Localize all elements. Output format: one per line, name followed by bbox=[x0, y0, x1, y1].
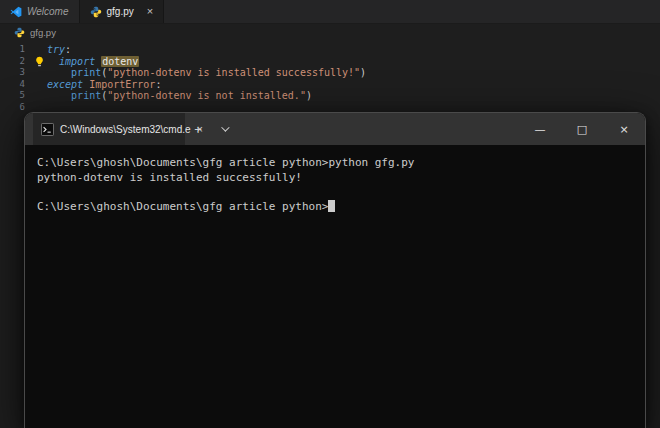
terminal-line: C:\Users\ghosh\Documents\gfg article pyt… bbox=[37, 200, 639, 215]
code-text: print("python-dotenv is installed succes… bbox=[47, 67, 366, 79]
terminal-title-bar[interactable]: C:\Windows\System32\cmd.e × + — □ × bbox=[25, 113, 645, 145]
line-number: 2 bbox=[0, 56, 32, 68]
line-number: 1 bbox=[0, 44, 32, 56]
tab-welcome[interactable]: Welcome bbox=[0, 0, 79, 23]
code-lines: 1try:2 import dotenv3 print("python-dote… bbox=[0, 44, 660, 113]
code-line[interactable]: 5 print("python-dotenv is not installed.… bbox=[0, 90, 660, 102]
terminal-cursor bbox=[328, 200, 335, 212]
code-line[interactable]: 4except ImportError: bbox=[0, 79, 660, 91]
close-button[interactable]: × bbox=[603, 113, 645, 145]
terminal-line bbox=[37, 185, 639, 200]
cmd-icon bbox=[41, 123, 54, 136]
breadcrumb[interactable]: gfg.py bbox=[0, 24, 660, 41]
code-text: except ImportError: bbox=[47, 79, 161, 91]
new-tab-button[interactable]: + bbox=[185, 113, 211, 145]
breadcrumb-filename: gfg.py bbox=[30, 27, 56, 38]
line-number: 3 bbox=[0, 67, 32, 79]
code-text: print("python-dotenv is not installed.") bbox=[47, 90, 312, 102]
line-number: 6 bbox=[0, 102, 32, 114]
terminal-output[interactable]: C:\Users\ghosh\Documents\gfg article pyt… bbox=[25, 145, 645, 428]
close-tab-icon[interactable]: × bbox=[147, 6, 153, 17]
code-line[interactable]: 1try: bbox=[0, 44, 660, 56]
lightbulb-icon[interactable] bbox=[32, 56, 47, 67]
tab-label: gfg.py bbox=[107, 6, 134, 17]
code-text: try: bbox=[47, 44, 71, 56]
window-controls: — □ × bbox=[519, 113, 645, 145]
terminal-window: C:\Windows\System32\cmd.e × + — □ × C:\U… bbox=[24, 112, 646, 428]
python-icon bbox=[14, 27, 25, 38]
terminal-line: python-dotenv is installed successfully! bbox=[37, 171, 639, 186]
vscode-logo-icon bbox=[10, 6, 22, 18]
minimize-button[interactable]: — bbox=[519, 113, 561, 145]
line-number: 4 bbox=[0, 79, 32, 91]
tab-label: Welcome bbox=[27, 6, 69, 17]
code-text: import dotenv bbox=[47, 56, 139, 68]
chevron-down-icon bbox=[221, 123, 229, 131]
code-editor[interactable]: 1try:2 import dotenv3 print("python-dote… bbox=[0, 41, 660, 113]
editor-tab-bar: Welcome gfg.py × bbox=[0, 0, 660, 24]
python-icon bbox=[90, 6, 102, 18]
tab-gfg-py[interactable]: gfg.py × bbox=[79, 0, 165, 23]
line-number: 5 bbox=[0, 90, 32, 102]
screen: { "palette": { "editor_bg": "#1e1e1e", "… bbox=[0, 0, 660, 428]
terminal-line: C:\Users\ghosh\Documents\gfg article pyt… bbox=[37, 156, 639, 171]
maximize-button[interactable]: □ bbox=[561, 113, 603, 145]
code-line[interactable]: 2 import dotenv bbox=[0, 56, 660, 68]
terminal-tab[interactable]: C:\Windows\System32\cmd.e × bbox=[33, 113, 185, 145]
terminal-tab-title: C:\Windows\System32\cmd.e bbox=[60, 124, 191, 135]
tab-dropdown-button[interactable] bbox=[211, 113, 237, 145]
code-line[interactable]: 3 print("python-dotenv is installed succ… bbox=[0, 67, 660, 79]
